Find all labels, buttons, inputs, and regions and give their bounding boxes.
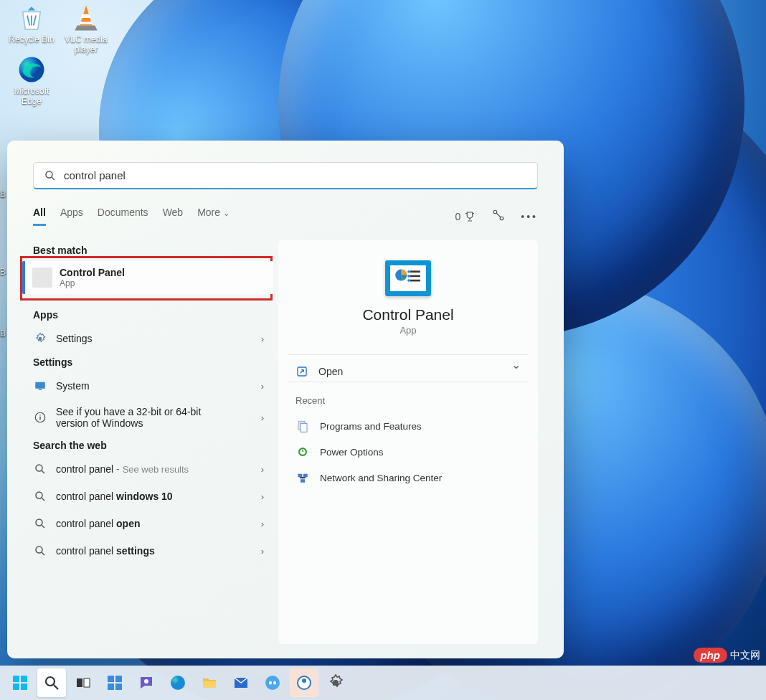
svg-rect-6 [39, 389, 42, 391]
apps-header: Apps [33, 309, 264, 321]
result-label: control panel settings [56, 545, 155, 557]
svg-rect-21 [301, 423, 307, 432]
desktop-icon-column-2: VLC media player [59, 3, 113, 65]
running-app-button[interactable] [290, 668, 318, 697]
svg-rect-5 [35, 382, 45, 389]
svg-rect-34 [108, 676, 114, 682]
recent-programs-and-features[interactable]: Programs and Features [291, 413, 525, 439]
svg-rect-26 [301, 479, 305, 483]
settings-button[interactable] [321, 668, 350, 697]
display-icon [33, 379, 47, 393]
search-filter-bar: All Apps Documents Web More ⌄ 0 ••• [7, 197, 564, 226]
svg-point-17 [407, 275, 410, 278]
chevron-down-icon: ⌄ [223, 209, 230, 217]
svg-rect-14 [410, 275, 420, 278]
result-label: control panel windows 10 [56, 491, 173, 502]
svg-rect-28 [21, 676, 27, 682]
filter-tab-documents[interactable]: Documents [98, 207, 148, 226]
preview-expand-button[interactable]: ⌄ [291, 358, 525, 372]
widgets-button[interactable] [100, 668, 129, 697]
settings-header: Settings [33, 356, 264, 368]
search-results-column: Best match Control Panel App Apps Settin… [33, 240, 264, 644]
power-icon [295, 445, 310, 459]
result-label: System [56, 380, 90, 392]
preview-app-icon [385, 260, 431, 296]
apps-result-settings[interactable]: Settings › [33, 325, 264, 352]
svg-point-16 [407, 270, 410, 273]
search-icon [44, 169, 57, 182]
chevron-right-icon: › [261, 412, 264, 423]
svg-point-44 [273, 681, 276, 685]
svg-rect-15 [410, 280, 420, 282]
divider [288, 382, 528, 382]
recent-power-options[interactable]: Power Options [291, 439, 525, 465]
search-icon [33, 544, 47, 558]
mail-button[interactable] [227, 668, 255, 697]
filter-tab-all[interactable]: All [33, 207, 46, 226]
start-button[interactable] [6, 668, 34, 697]
filter-tab-more[interactable]: More ⌄ [197, 207, 230, 226]
rewards-counter[interactable]: 0 [455, 210, 477, 223]
svg-rect-40 [203, 681, 216, 688]
chat-button[interactable] [132, 668, 161, 697]
vlc-icon[interactable]: VLC media player [59, 3, 113, 55]
desktop-icon-label: Microsoft Edge [4, 86, 59, 106]
svg-rect-36 [108, 684, 114, 690]
chevron-right-icon: › [261, 334, 264, 344]
search-icon [33, 489, 47, 503]
svg-point-10 [36, 519, 42, 526]
svg-point-46 [302, 678, 306, 683]
svg-rect-32 [77, 678, 82, 687]
search-input[interactable] [64, 169, 527, 181]
task-view-button[interactable] [69, 668, 98, 697]
start-search-panel: All Apps Documents Web More ⌄ 0 ••• Best… [7, 141, 564, 658]
more-options-icon[interactable]: ••• [521, 211, 538, 222]
search-icon [33, 462, 47, 476]
best-match-result[interactable]: Control Panel App [22, 261, 273, 294]
control-panel-icon [32, 268, 52, 288]
settings-result-bit-version[interactable]: See if you have a 32-bit or 64-bit versi… [33, 399, 264, 435]
svg-point-0 [19, 57, 44, 82]
flow-icon[interactable] [492, 209, 505, 224]
svg-point-11 [36, 547, 42, 553]
svg-point-31 [46, 677, 55, 686]
info-icon [33, 410, 47, 425]
watermark-pill: php [694, 648, 728, 663]
svg-rect-30 [21, 684, 27, 690]
microsoft-edge-icon[interactable]: Microsoft Edge [4, 55, 59, 106]
search-preview-pane: Control Panel App Open ⌄ Recent Programs… [278, 240, 538, 644]
svg-point-8 [36, 465, 42, 471]
svg-rect-25 [303, 474, 308, 478]
recent-label: Power Options [320, 447, 384, 458]
filter-tab-web[interactable]: Web [163, 207, 184, 226]
recycle-bin-icon[interactable]: Recycle Bin [4, 3, 59, 44]
network-icon [295, 470, 310, 485]
best-match-title: Control Panel [60, 267, 125, 278]
edge-button[interactable] [164, 668, 192, 697]
recent-network-sharing[interactable]: Network and Sharing Center [291, 465, 525, 491]
discord-button[interactable] [258, 668, 287, 697]
filter-tab-apps[interactable]: Apps [60, 207, 83, 226]
web-result-3[interactable]: control panel settings › [33, 537, 264, 564]
gear-icon [33, 331, 47, 346]
web-result-2[interactable]: control panel open › [33, 510, 264, 537]
svg-rect-33 [84, 678, 90, 687]
settings-result-system[interactable]: System › [33, 372, 264, 399]
chevron-right-icon: › [261, 546, 264, 557]
search-icon [33, 516, 47, 531]
desktop-icon-column-1: Recycle Bin Microsoft Edge [4, 3, 59, 116]
best-match-subtitle: App [60, 278, 125, 288]
web-result-0[interactable]: control panel - See web results › [33, 455, 264, 483]
file-explorer-button[interactable] [195, 668, 224, 697]
desktop-clipped-text: B [0, 267, 6, 277]
search-box[interactable] [33, 162, 538, 189]
web-result-1[interactable]: control panel windows 10 › [33, 483, 264, 510]
chevron-right-icon: › [261, 491, 264, 502]
search-filter-tabs: All Apps Documents Web More ⌄ [33, 207, 230, 226]
svg-point-1 [46, 171, 52, 178]
svg-rect-24 [298, 474, 302, 478]
svg-rect-37 [115, 684, 122, 690]
preview-subtitle: App [399, 325, 416, 336]
search-web-header: Search the web [33, 440, 264, 451]
search-button[interactable] [37, 668, 66, 697]
